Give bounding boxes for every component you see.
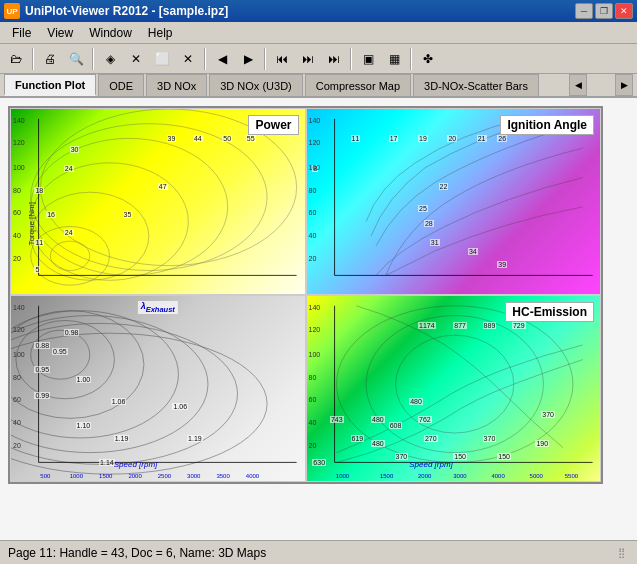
svg-point-2	[31, 192, 149, 280]
menu-help[interactable]: Help	[140, 24, 181, 42]
svg-point-11	[31, 330, 90, 379]
svg-point-0	[50, 241, 89, 270]
plot-grid: 5 11 16 18 24 24 30 35 39 44 47 50 55 14…	[10, 108, 601, 482]
tb-sep-5	[350, 48, 352, 70]
tab-scroll-right[interactable]: ▶	[615, 74, 633, 96]
lambda-x-label: Speed [rpm]	[114, 460, 158, 469]
main-content: 5 11 16 18 24 24 30 35 39 44 47 50 55 14…	[0, 98, 637, 540]
menu-file[interactable]: File	[4, 24, 39, 42]
svg-point-17	[11, 333, 267, 474]
tb-sep-4	[264, 48, 266, 70]
restore-button[interactable]: ❐	[595, 3, 613, 19]
hc-x-label: Speed [rpm]	[409, 460, 453, 469]
ignition-plot: 8 11 17 19 20 21 22 25 26 28 31 34 39 14…	[306, 108, 602, 295]
plot-area: 5 11 16 18 24 24 30 35 39 44 47 50 55 14…	[8, 106, 603, 484]
lambda-plot: 0.88 0.95 0.95 0.98 0.99 1.00 1.06 1.06 …	[10, 295, 306, 482]
tb-select[interactable]: ⬜	[150, 47, 174, 71]
svg-point-12	[16, 320, 114, 398]
power-title: Power	[248, 115, 298, 135]
tb-sep-1	[32, 48, 34, 70]
menu-window[interactable]: Window	[81, 24, 140, 42]
tab-compressor-map[interactable]: Compressor Map	[305, 74, 411, 96]
tab-function-plot[interactable]: Function Plot	[4, 74, 96, 96]
tb-layout2[interactable]: ▦	[382, 47, 406, 71]
tb-last[interactable]: ⏭	[296, 47, 320, 71]
title-bar: UP UniPlot-Viewer R2012 - [sample.ipz] ─…	[0, 0, 637, 22]
svg-point-5	[31, 124, 267, 271]
lambda-label: λExhaust	[138, 301, 178, 314]
tab-ode[interactable]: ODE	[98, 74, 144, 96]
status-bar: Page 11: Handle = 43, Doc = 6, Name: 3D …	[0, 540, 637, 564]
power-plot: 5 11 16 18 24 24 30 35 39 44 47 50 55 14…	[10, 108, 306, 295]
power-y-label: Torque [Nm]	[27, 202, 36, 246]
svg-point-21	[366, 316, 543, 453]
svg-point-16	[11, 323, 238, 464]
tb-print-preview[interactable]: 🔍	[64, 47, 88, 71]
tb-sep-6	[410, 48, 412, 70]
hc-title: HC-Emission	[505, 302, 594, 322]
tb-sep-2	[92, 48, 94, 70]
tab-3d-nox[interactable]: 3D NOx	[146, 74, 207, 96]
menu-bar: File View Window Help	[0, 22, 637, 44]
minimize-button[interactable]: ─	[575, 3, 593, 19]
tab-3d-nox-u3d[interactable]: 3D NOx (U3D)	[209, 74, 303, 96]
close-button[interactable]: ✕	[615, 3, 633, 19]
tb-first[interactable]: ⏮	[270, 47, 294, 71]
title-bar-left: UP UniPlot-Viewer R2012 - [sample.ipz]	[4, 3, 228, 19]
svg-point-3	[31, 163, 189, 280]
app-icon: UP	[4, 3, 20, 19]
toolbar: 🗁 🖨 🔍 ◈ ✕ ⬜ ✕ ◀ ▶ ⏮ ⏭ ⏭ ▣ ▦ ✤	[0, 44, 637, 74]
svg-point-13	[11, 311, 144, 419]
tb-next[interactable]: ▶	[236, 47, 260, 71]
hc-plot: 630 743 480 480 480 619 608 762 877 889 …	[306, 295, 602, 482]
svg-point-22	[336, 306, 572, 463]
svg-point-20	[395, 335, 513, 433]
svg-point-1	[31, 226, 110, 285]
tb-sep-3	[204, 48, 206, 70]
status-text: Page 11: Handle = 43, Doc = 6, Name: 3D …	[8, 546, 609, 560]
title-buttons: ─ ❐ ✕	[575, 3, 633, 19]
tb-prev[interactable]: ◀	[210, 47, 234, 71]
menu-view[interactable]: View	[39, 24, 81, 42]
tb-layout1[interactable]: ▣	[356, 47, 380, 71]
svg-point-4	[31, 138, 228, 275]
tb-cross[interactable]: ✕	[176, 47, 200, 71]
tb-settings[interactable]: ✤	[416, 47, 440, 71]
tabs-bar: Function Plot ODE 3D NOx 3D NOx (U3D) Co…	[0, 74, 637, 98]
tb-zoom-in[interactable]: ◈	[98, 47, 122, 71]
tab-3d-scatter[interactable]: 3D-NOx-Scatter Bars	[413, 74, 539, 96]
tb-open[interactable]: 🗁	[4, 47, 28, 71]
tb-print[interactable]: 🖨	[38, 47, 62, 71]
resize-grip: ⣿	[613, 545, 629, 561]
tb-zoom-out[interactable]: ✕	[124, 47, 148, 71]
ignition-title: Ignition Angle	[500, 115, 594, 135]
svg-point-14	[11, 311, 178, 438]
tab-scroll-left[interactable]: ◀	[569, 74, 587, 96]
window-title: UniPlot-Viewer R2012 - [sample.ipz]	[25, 4, 228, 18]
tb-end[interactable]: ⏭	[322, 47, 346, 71]
